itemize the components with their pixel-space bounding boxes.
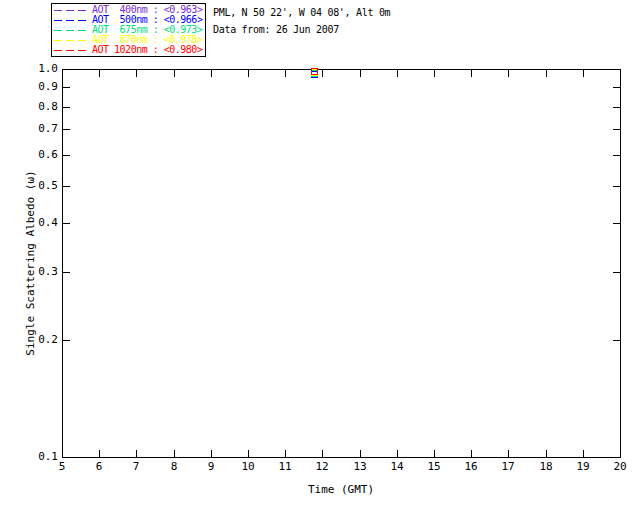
legend-line-sample bbox=[54, 10, 88, 11]
x-tick-top bbox=[360, 70, 361, 77]
legend: AOT 400nm : <0.963>AOT 500nm : <0.966>AO… bbox=[51, 3, 206, 57]
legend-line-sample bbox=[54, 30, 88, 31]
y-tick bbox=[63, 186, 70, 187]
y-tick bbox=[63, 69, 70, 70]
x-tick-top bbox=[397, 70, 398, 77]
y-tick-label: 0.9 bbox=[26, 81, 58, 93]
x-tick-label: 17 bbox=[501, 461, 514, 473]
legend-line-sample bbox=[54, 50, 88, 51]
x-tick-label: 16 bbox=[464, 461, 477, 473]
legend-item: AOT 1020nm : <0.980> bbox=[54, 45, 203, 55]
y-tick-label: 0.6 bbox=[26, 149, 58, 161]
x-tick-label: 10 bbox=[241, 461, 254, 473]
y-tick bbox=[63, 87, 70, 88]
x-tick-top bbox=[62, 70, 63, 77]
x-tick-top bbox=[620, 70, 621, 77]
y-tick bbox=[63, 129, 70, 130]
x-tick-label: 14 bbox=[390, 461, 403, 473]
y-tick bbox=[63, 457, 70, 458]
x-tick bbox=[583, 450, 584, 457]
x-tick bbox=[62, 450, 63, 457]
y-tick bbox=[63, 155, 70, 156]
x-tick-label: 11 bbox=[278, 461, 291, 473]
y-tick-right bbox=[613, 457, 620, 458]
x-tick-label: 7 bbox=[133, 461, 140, 473]
x-tick-top bbox=[434, 70, 435, 77]
y-tick-label: 0.7 bbox=[26, 123, 58, 135]
y-tick-right bbox=[613, 87, 620, 88]
x-tick bbox=[546, 450, 547, 457]
x-tick-label: 19 bbox=[576, 461, 589, 473]
site-location-text: PML, N 50 22', W 04 08', Alt 0m bbox=[213, 7, 390, 19]
legend-item-label: AOT 1020nm : <0.980> bbox=[92, 45, 202, 55]
y-tick bbox=[63, 340, 70, 341]
x-tick bbox=[211, 450, 212, 457]
y-tick-right bbox=[613, 272, 620, 273]
x-tick bbox=[99, 450, 100, 457]
y-tick-right bbox=[613, 223, 620, 224]
y-tick-label: 0.2 bbox=[26, 334, 58, 346]
x-tick bbox=[397, 450, 398, 457]
x-tick bbox=[136, 450, 137, 457]
x-tick-top bbox=[285, 70, 286, 77]
x-tick-label: 15 bbox=[427, 461, 440, 473]
data-date-text: Data from: 26 Jun 2007 bbox=[213, 24, 339, 36]
x-tick-top bbox=[136, 70, 137, 77]
x-tick bbox=[248, 450, 249, 457]
legend-line-sample bbox=[54, 20, 88, 21]
x-tick-label: 8 bbox=[171, 461, 178, 473]
y-tick-right bbox=[613, 186, 620, 187]
data-marker bbox=[311, 68, 318, 75]
x-tick-label: 9 bbox=[208, 461, 215, 473]
x-tick bbox=[360, 450, 361, 457]
x-tick-label: 6 bbox=[96, 461, 103, 473]
x-tick bbox=[434, 450, 435, 457]
x-tick-top bbox=[322, 70, 323, 77]
y-tick bbox=[63, 272, 70, 273]
x-tick-top bbox=[174, 70, 175, 77]
x-tick bbox=[620, 450, 621, 457]
y-tick-right bbox=[613, 107, 620, 108]
y-tick-label: 0.3 bbox=[26, 266, 58, 278]
y-tick bbox=[63, 223, 70, 224]
x-tick-label: 12 bbox=[315, 461, 328, 473]
x-tick bbox=[471, 450, 472, 457]
y-tick-label: 1.0 bbox=[26, 63, 58, 75]
x-tick-top bbox=[508, 70, 509, 77]
x-tick-top bbox=[546, 70, 547, 77]
y-tick-label: 0.4 bbox=[26, 217, 58, 229]
plot-area bbox=[62, 69, 621, 458]
y-axis-title: Single Scattering Albedo (ω) bbox=[24, 170, 37, 355]
y-tick-right bbox=[613, 340, 620, 341]
x-tick-top bbox=[583, 70, 584, 77]
x-tick bbox=[285, 450, 286, 457]
y-tick-right bbox=[613, 69, 620, 70]
x-tick-top bbox=[471, 70, 472, 77]
y-tick-right bbox=[613, 155, 620, 156]
y-tick-label: 0.8 bbox=[26, 101, 58, 113]
x-tick-label: 20 bbox=[613, 461, 626, 473]
x-tick bbox=[322, 450, 323, 457]
plot-canvas: AOT 400nm : <0.963>AOT 500nm : <0.966>AO… bbox=[0, 0, 640, 512]
y-tick-right bbox=[613, 129, 620, 130]
x-tick bbox=[174, 450, 175, 457]
x-tick-top bbox=[99, 70, 100, 77]
y-tick bbox=[63, 107, 70, 108]
x-tick bbox=[508, 450, 509, 457]
x-tick-label: 18 bbox=[539, 461, 552, 473]
x-tick-label: 5 bbox=[59, 461, 66, 473]
x-tick-top bbox=[211, 70, 212, 77]
x-axis-title: Time (GMT) bbox=[308, 483, 374, 496]
x-tick-top bbox=[248, 70, 249, 77]
y-tick-label: 0.5 bbox=[26, 180, 58, 192]
y-tick-label: 0.1 bbox=[26, 451, 58, 463]
legend-line-sample bbox=[54, 40, 88, 41]
x-tick-label: 13 bbox=[353, 461, 366, 473]
